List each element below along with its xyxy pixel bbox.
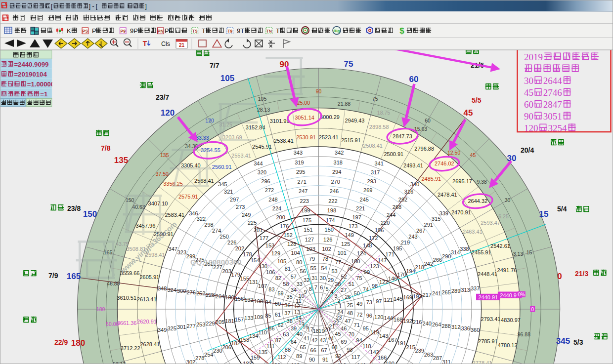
svg-text:346: 346: [189, 210, 198, 216]
svg-text:219: 219: [401, 240, 410, 245]
svg-text:204: 204: [216, 293, 224, 299]
svg-text:2898.58: 2898.58: [369, 124, 389, 130]
svg-text:97: 97: [376, 298, 382, 304]
svg-text:9P: 9P: [130, 27, 138, 35]
svg-text:243: 243: [408, 234, 417, 240]
svg-text:131: 131: [249, 279, 258, 285]
svg-text:149: 149: [345, 232, 353, 238]
svg-text:28: 28: [335, 281, 341, 287]
svg-text:2485.91: 2485.91: [421, 176, 441, 182]
svg-text:3: 3: [335, 293, 338, 299]
svg-text:32: 32: [304, 277, 309, 283]
svg-text:60: 60: [524, 99, 533, 110]
svg-text:88: 88: [285, 347, 291, 353]
svg-text:3712.22: 3712.22: [121, 345, 140, 351]
svg-text:23/8: 23/8: [67, 204, 81, 212]
svg-text:89: 89: [296, 353, 302, 359]
svg-text:217: 217: [423, 292, 432, 298]
svg-text:121: 121: [384, 297, 393, 303]
svg-text:293: 293: [367, 178, 376, 184]
svg-text:75: 75: [372, 96, 378, 102]
svg-text:2796.88: 2796.88: [414, 146, 434, 152]
svg-text:198: 198: [327, 207, 336, 213]
svg-text:222: 222: [328, 198, 337, 204]
svg-text:1: 1: [339, 303, 342, 309]
svg-text:2542.61: 2542.61: [490, 243, 510, 249]
svg-text:82: 82: [275, 275, 281, 281]
svg-text:229: 229: [206, 321, 215, 326]
svg-text:2523.41: 2523.41: [319, 134, 339, 140]
svg-text:267: 267: [416, 228, 425, 234]
svg-text:4830.97: 4830.97: [501, 317, 521, 323]
svg-text:3152.84: 3152.84: [246, 124, 265, 130]
svg-text:63: 63: [283, 331, 289, 337]
svg-text:2568.41: 2568.41: [194, 178, 214, 184]
svg-text:39: 39: [291, 325, 297, 331]
svg-text:7/8: 7/8: [101, 144, 111, 152]
svg-text:323: 323: [177, 249, 186, 255]
svg-text:225: 225: [248, 220, 257, 226]
svg-text:8: 8: [309, 286, 312, 292]
svg-text:129: 129: [271, 250, 280, 256]
svg-text:155: 155: [240, 276, 249, 282]
svg-text:=2440.9099: =2440.9099: [14, 61, 48, 68]
svg-text:PS: PS: [83, 29, 88, 34]
svg-text:30: 30: [524, 76, 533, 86]
svg-text:76: 76: [347, 266, 352, 272]
svg-text:270: 270: [331, 179, 340, 185]
svg-text:3407.10: 3407.10: [148, 201, 168, 206]
svg-text:2538.41: 2538.41: [274, 138, 294, 144]
svg-text:90: 90: [309, 357, 315, 363]
svg-text:166: 166: [378, 355, 387, 361]
svg-text:345: 345: [218, 181, 227, 187]
svg-text:103: 103: [306, 246, 315, 252]
svg-text:223: 223: [300, 198, 309, 204]
svg-text:221: 221: [356, 205, 365, 211]
svg-text:133: 133: [244, 315, 253, 321]
svg-text:70: 70: [349, 331, 354, 337]
svg-text:182: 182: [231, 340, 240, 346]
svg-text:120: 120: [374, 314, 383, 320]
svg-text:215: 215: [406, 344, 415, 350]
svg-text:325: 325: [167, 325, 176, 331]
svg-text:92: 92: [335, 353, 341, 359]
svg-text:PN: PN: [158, 29, 164, 34]
svg-text:27: 27: [341, 287, 347, 293]
svg-text:316: 316: [404, 189, 413, 195]
svg-text:58: 58: [283, 281, 289, 287]
svg-text:191: 191: [397, 340, 406, 346]
svg-text:321: 321: [224, 189, 233, 195]
svg-text:21.88: 21.88: [338, 101, 350, 107]
svg-text:271: 271: [297, 179, 306, 185]
svg-text:3457.96: 3457.96: [136, 223, 156, 229]
svg-text:TS: TS: [192, 29, 198, 34]
svg-text:53: 53: [331, 268, 337, 274]
svg-text:312: 312: [451, 324, 460, 330]
svg-text:34: 34: [291, 287, 297, 293]
svg-text:47: 47: [345, 318, 350, 324]
svg-text:241: 241: [432, 290, 441, 296]
svg-text:77: 77: [335, 259, 341, 265]
svg-text:45: 45: [335, 331, 341, 337]
svg-text:101: 101: [337, 250, 346, 256]
svg-text:150: 150: [83, 209, 97, 219]
svg-text:298: 298: [204, 222, 213, 228]
svg-text:132: 132: [244, 297, 253, 303]
svg-text:0%: 0%: [518, 292, 525, 297]
svg-text:21/3: 21/3: [575, 270, 588, 278]
svg-text:134: 134: [249, 333, 258, 339]
svg-text:]: ]: [145, 3, 146, 10]
svg-text:151: 151: [304, 227, 312, 233]
svg-text:202: 202: [235, 245, 244, 251]
svg-text:2493.41: 2493.41: [403, 162, 423, 168]
svg-text:296: 296: [261, 178, 270, 184]
svg-text:180: 180: [71, 338, 85, 348]
svg-text:128: 128: [287, 241, 296, 247]
svg-text:36: 36: [284, 302, 290, 308]
svg-text:248: 248: [268, 197, 277, 202]
svg-text:66: 66: [310, 347, 316, 353]
svg-text:135: 135: [114, 156, 128, 165]
svg-text:120: 120: [205, 118, 214, 123]
svg-text:2628.41: 2628.41: [140, 341, 160, 347]
svg-text:3051.14: 3051.14: [295, 115, 314, 121]
